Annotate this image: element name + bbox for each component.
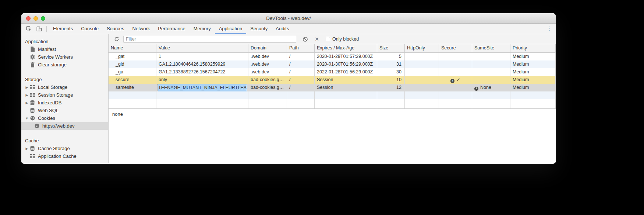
cell-priority[interactable]: Medium [510, 84, 556, 91]
cell-expires[interactable]: Session [315, 76, 377, 84]
cell-size[interactable]: 12 [377, 84, 405, 91]
cell-value[interactable]: only [156, 76, 248, 84]
chevron-right-icon[interactable]: ▶ [24, 93, 29, 97]
cell-domain[interactable]: .web.dev [248, 68, 287, 76]
cell-name[interactable]: _gat [109, 53, 156, 60]
sidebar-item-service-workers[interactable]: Service Workers [21, 53, 108, 61]
cell-same-site[interactable] [472, 60, 510, 68]
cell-name[interactable]: samesite [109, 84, 156, 91]
chevron-right-icon[interactable]: ▶ [24, 86, 29, 89]
cell-expires[interactable]: 2020-01-30T01:56:29.000Z [315, 60, 377, 68]
cell-name[interactable]: secure [109, 76, 156, 84]
cell-value[interactable]: 1 [156, 53, 248, 60]
block-filter-icon[interactable] [302, 36, 308, 42]
column-header-value[interactable]: Value [156, 44, 248, 52]
cell-value[interactable]: TEENAGE_MUTANT_NINJA_FLEURTLES [156, 84, 248, 91]
tab-console[interactable]: Console [77, 24, 103, 34]
sidebar-item-web-sql[interactable]: Web SQL [21, 107, 108, 114]
tab-sources[interactable]: Sources [103, 24, 128, 34]
column-header-priority[interactable]: Priority [510, 44, 556, 52]
cell-expires[interactable]: 2022-01-28T01:56:29.000Z [315, 68, 377, 76]
column-header-secure[interactable]: Secure [439, 44, 472, 52]
chevron-right-icon[interactable]: ▶ [24, 147, 29, 150]
sidebar-item-clear-storage[interactable]: Clear storage [21, 61, 108, 69]
cell-size[interactable]: 30 [377, 68, 405, 76]
cell-size[interactable]: 5 [377, 53, 405, 60]
cell-http-only[interactable] [405, 68, 439, 76]
cell-path[interactable]: / [287, 60, 315, 68]
sidebar-item-application-cache[interactable]: Application Cache [21, 152, 108, 160]
column-header-name[interactable]: Name [109, 44, 156, 52]
sidebar-item-manifest[interactable]: Manifest [21, 45, 108, 53]
column-header-path[interactable]: Path [287, 44, 315, 52]
cell-domain[interactable]: .web.dev [248, 53, 287, 60]
only-blocked-checkbox[interactable] [326, 37, 330, 41]
cookie-row-_gid[interactable]: _gidGA1.2.1804046426.1580259929.web.dev/… [109, 60, 556, 68]
cell-secure[interactable] [439, 60, 472, 68]
cookie-row-_gat[interactable]: _gat1.web.dev/2020-01-29T01:57:29.000Z5M… [109, 53, 556, 60]
cell-secure[interactable]: ✓ [439, 76, 472, 84]
sidebar-item-cookies[interactable]: ▼Cookies [21, 114, 108, 122]
more-options-icon[interactable]: ⋮ [546, 25, 552, 32]
tab-audits[interactable]: Audits [272, 24, 293, 34]
cell-path[interactable]: / [287, 53, 315, 60]
cell-http-only[interactable] [405, 76, 439, 84]
cell-value[interactable]: GA1.2.1804046426.1580259929 [156, 60, 248, 68]
cell-http-only[interactable] [405, 84, 439, 91]
cell-name[interactable]: _gid [109, 60, 156, 68]
cell-priority[interactable]: Medium [510, 76, 556, 84]
tab-performance[interactable]: Performance [154, 24, 189, 34]
sidebar-item-local-storage[interactable]: ▶Local Storage [21, 83, 108, 91]
clear-icon[interactable]: ✕ [314, 36, 320, 42]
column-header-httponly[interactable]: HttpOnly [405, 44, 439, 52]
cell-same-site[interactable]: None [472, 84, 510, 91]
cookie-row-secure[interactable]: secureonlybad-cookies.g…/Session10✓Mediu… [109, 76, 556, 84]
cell-same-site[interactable] [472, 53, 510, 60]
cell-expires[interactable]: 2020-01-29T01:57:29.000Z [315, 53, 377, 60]
cell-path[interactable]: / [287, 68, 315, 76]
cell-http-only[interactable] [405, 60, 439, 68]
cookie-row-_ga[interactable]: _gaGA1.2.1338892726.1567204722.web.dev/2… [109, 68, 556, 76]
cell-secure[interactable] [439, 68, 472, 76]
cell-expires[interactable]: Session [315, 84, 377, 91]
column-header-domain[interactable]: Domain [248, 44, 287, 52]
tab-network[interactable]: Network [128, 24, 154, 34]
value-edit-input[interactable]: TEENAGE_MUTANT_NINJA_FLEURTLES [157, 84, 247, 91]
cell-domain[interactable]: bad-cookies.g… [248, 76, 287, 84]
cell-secure[interactable] [439, 84, 472, 91]
cell-same-site[interactable] [472, 68, 510, 76]
tab-elements[interactable]: Elements [49, 24, 77, 34]
sidebar-item-cache-storage[interactable]: ▶Cache Storage [21, 145, 108, 152]
cell-size[interactable]: 10 [377, 76, 405, 84]
cell-name[interactable]: _ga [109, 68, 156, 76]
filter-input[interactable] [123, 36, 296, 43]
chevron-right-icon[interactable]: ▶ [24, 101, 29, 105]
empty-row[interactable] [109, 99, 556, 109]
cell-domain[interactable]: bad-cookies.g… [248, 84, 287, 91]
cell-size[interactable]: 31 [377, 60, 405, 68]
chevron-down-icon[interactable]: ▼ [24, 117, 29, 120]
cell-path[interactable]: / [287, 76, 315, 84]
sidebar-item-indexeddb[interactable]: ▶IndexedDB [21, 99, 108, 107]
cell-path[interactable]: / [287, 84, 315, 91]
sidebar-item-session-storage[interactable]: ▶Session Storage [21, 91, 108, 99]
cell-priority[interactable]: Medium [510, 68, 556, 76]
inspect-element-icon[interactable] [26, 26, 32, 32]
sidebar-item-https-web-dev[interactable]: https://web.dev [21, 122, 108, 130]
tab-security[interactable]: Security [246, 24, 272, 34]
cell-value[interactable]: GA1.2.1338892726.1567204722 [156, 68, 248, 76]
column-header-expires-max-age[interactable]: Expires / Max-Age [315, 44, 377, 52]
cookie-row-samesite[interactable]: samesiteTEENAGE_MUTANT_NINJA_FLEURTLESba… [109, 84, 556, 91]
column-header-samesite[interactable]: SameSite [472, 44, 510, 52]
tab-application[interactable]: Application [215, 24, 247, 34]
tab-memory[interactable]: Memory [190, 24, 215, 34]
cell-domain[interactable]: .web.dev [248, 60, 287, 68]
cell-priority[interactable]: Medium [510, 53, 556, 60]
refresh-icon[interactable] [114, 36, 120, 42]
cell-same-site[interactable] [472, 76, 510, 84]
column-header-size[interactable]: Size [377, 44, 405, 52]
device-toolbar-icon[interactable] [36, 26, 42, 32]
empty-row[interactable] [109, 91, 556, 99]
cell-priority[interactable]: Medium [510, 60, 556, 68]
cell-http-only[interactable] [405, 53, 439, 60]
